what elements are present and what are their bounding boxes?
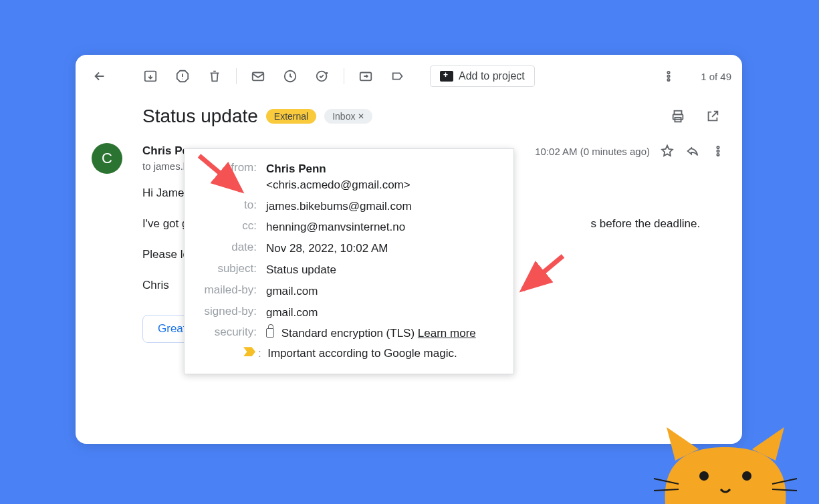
avatar[interactable]: C	[92, 143, 122, 174]
message-more-icon[interactable]	[710, 143, 726, 159]
snooze-icon[interactable]	[277, 63, 304, 90]
security-value: Standard encryption (TLS) Learn more	[266, 326, 501, 342]
svg-point-11	[717, 146, 719, 148]
folder-plus-icon	[440, 71, 453, 82]
security-label: security:	[197, 326, 257, 339]
cc-value: henning@manvsinternet.no	[266, 219, 501, 235]
svg-point-6	[667, 75, 669, 77]
separator	[236, 68, 237, 84]
reply-icon[interactable]	[685, 143, 701, 159]
subject-text: Status update	[142, 106, 258, 127]
add-to-project-button[interactable]: Add to project	[430, 66, 535, 87]
page-counter: 1 of 49	[701, 71, 731, 82]
report-spam-icon[interactable]	[169, 63, 196, 90]
external-chip: External	[266, 109, 316, 124]
details-popover: from: Chris Penn <chris.acmedo@gmail.com…	[184, 148, 514, 374]
svg-point-16	[699, 471, 709, 481]
subject-value: Status update	[266, 262, 501, 278]
to-label: to:	[197, 199, 257, 212]
more-icon[interactable]	[655, 63, 682, 90]
back-icon[interactable]	[86, 63, 113, 90]
to-value: james.bikebums@gmail.com	[266, 199, 501, 215]
mailed-by-label: mailed-by:	[197, 283, 257, 297]
cat-illustration	[652, 424, 799, 504]
svg-rect-1	[253, 73, 264, 81]
from-label: from:	[197, 161, 257, 174]
toolbar: Add to project 1 of 49	[76, 55, 742, 98]
add-task-icon[interactable]	[309, 63, 336, 90]
importance-text: Important according to Google magic.	[267, 347, 457, 360]
separator	[344, 68, 344, 84]
archive-icon[interactable]	[137, 63, 164, 90]
subject-label: subject:	[197, 262, 257, 275]
add-project-label: Add to project	[459, 70, 525, 82]
mailed-by-value: gmail.com	[266, 283, 501, 299]
svg-point-5	[667, 72, 669, 74]
signed-by-label: signed-by:	[197, 305, 257, 318]
signed-by-value: gmail.com	[266, 305, 501, 321]
print-icon[interactable]	[665, 103, 691, 130]
svg-point-12	[717, 150, 719, 152]
labels-icon[interactable]	[384, 63, 411, 90]
subject-row: Status update External Inbox ✕	[76, 98, 742, 130]
date-label: date:	[197, 241, 257, 254]
move-to-icon[interactable]	[352, 63, 379, 90]
cc-label: cc:	[197, 219, 257, 233]
date-value: Nov 28, 2022, 10:02 AM	[266, 241, 501, 257]
from-email: <chris.acmedo@gmail.com>	[266, 178, 411, 191]
lock-icon	[266, 328, 274, 338]
svg-point-13	[717, 154, 719, 156]
svg-point-7	[667, 79, 669, 81]
open-new-window-icon[interactable]	[699, 103, 726, 130]
close-icon[interactable]: ✕	[358, 112, 364, 121]
inbox-chip-label: Inbox	[332, 111, 355, 122]
delete-icon[interactable]	[201, 63, 228, 90]
svg-point-17	[742, 471, 751, 481]
inbox-chip[interactable]: Inbox ✕	[324, 109, 372, 124]
timestamp: 10:02 AM (0 minutes ago)	[535, 146, 650, 157]
mark-unread-icon[interactable]	[245, 63, 271, 90]
learn-more-link[interactable]: Learn more	[418, 327, 476, 340]
importance-marker-icon	[243, 347, 255, 356]
from-name: Chris Penn	[266, 162, 326, 175]
star-icon[interactable]	[659, 143, 675, 159]
